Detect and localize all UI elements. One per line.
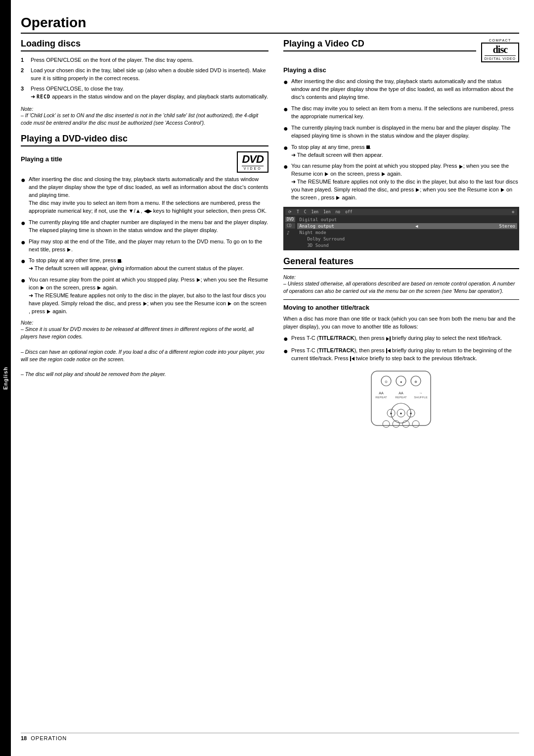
- vcd-bullet-2-text: The disc may invite you to select an ite…: [291, 105, 519, 121]
- vcd-bullet-2: ● The disc may invite you to select an i…: [283, 105, 519, 121]
- vcd-bullet-3-text: The currently playing track number is di…: [291, 124, 519, 140]
- compact-text: COMPACT: [481, 39, 519, 42]
- dvd-playing-title-label: Playing a title: [21, 155, 231, 163]
- vcd-bullet-1-text: After inserting the disc and closing the…: [291, 78, 519, 101]
- moving-bullet-2-text: Press T-C (TITLE/TRACK), then press brie…: [291, 347, 519, 363]
- screen-analog-value: Stereo: [499, 224, 515, 229]
- right-column: Playing a Video CD COMPACT disc DIGITAL …: [283, 39, 519, 725]
- moving-bullet-2: ● Press T-C (TITLE/TRACK), then press br…: [283, 347, 519, 363]
- screen-night-row: Night mode: [297, 230, 517, 236]
- dvd-video-section: Playing a DVD-video disc Playing a title…: [21, 134, 268, 378]
- step-3: 3 Press OPEN/CLOSE, to close the tray. ➜…: [21, 85, 268, 101]
- step-2-num: 2: [21, 67, 28, 83]
- vcd-bullet-5-text: You can resume play from the point at wh…: [291, 162, 519, 202]
- loading-discs-section: Loading discs 1 Press OPEN/CLOSE on the …: [21, 39, 268, 127]
- screen-col-off: off: [345, 210, 352, 214]
- dvd-logo-sub: VIDEO: [242, 166, 263, 171]
- svg-text:REPEAT: REPEAT: [376, 396, 388, 399]
- screen-cd-badge: CD: [285, 223, 295, 229]
- moving-text: When a disc has more than one title or t…: [283, 315, 519, 331]
- general-features-section: General features Note: – Unless stated o…: [283, 256, 519, 428]
- dvd-logo: DVD VIDEO: [237, 151, 268, 173]
- dvd-bullet-4: ● To stop play at any other time, press …: [21, 257, 268, 273]
- dvd-bullet-1-text: After inserting the disc and closing the…: [29, 176, 268, 215]
- screen-dolby-row: Dolby Surround: [297, 236, 517, 242]
- vcd-bullet-5: ● You can resume play from the point at …: [283, 162, 519, 202]
- video-cd-bullets: ● After inserting the disc and closing t…: [283, 78, 519, 202]
- loading-note-label: Note:: [21, 106, 33, 112]
- vcd-bullet-icon-1: ●: [283, 78, 288, 101]
- bullet-icon-1: ●: [21, 176, 26, 215]
- vcd-bullet-icon-3: ●: [283, 124, 288, 140]
- screen-col-no: no: [335, 210, 340, 214]
- general-note-label: Note:: [283, 274, 296, 280]
- general-note-text: – Unless stated otherwise, all operation…: [283, 280, 519, 295]
- sidebar-label: English: [2, 367, 8, 390]
- svg-text:⊙: ⊙: [385, 380, 388, 383]
- footer: 18 Operation: [21, 733, 519, 741]
- vcd-bullet-icon-4: ●: [283, 143, 288, 159]
- sidebar: English: [0, 0, 11, 756]
- page: English Operation Loading discs 1 Press …: [0, 0, 534, 756]
- screen-body: DVD CD ♪ Digital output Analog output ◀ …: [285, 217, 517, 248]
- video-cd-title: Playing a Video CD: [283, 39, 476, 51]
- dvd-bullet-2: ● The currently playing title and chapte…: [21, 219, 268, 235]
- step-2: 2 Load your chosen disc in the tray, lab…: [21, 67, 268, 83]
- footer-page-number: 18: [21, 735, 27, 741]
- screen-analog-row: Analog output ◀ Stereo: [297, 223, 517, 229]
- compact-disc-logo: COMPACT disc DIGITAL VIDEO: [481, 39, 519, 62]
- vcd-bullet-icon-5: ●: [283, 162, 288, 202]
- footer-section-label: Operation: [31, 735, 67, 741]
- disc-name: disc: [485, 45, 516, 54]
- svg-text:AA: AA: [399, 391, 404, 395]
- dvd-logo-text: DVD: [242, 153, 263, 165]
- dvd-bullet-5: ● You can resume play from the point at …: [21, 276, 268, 316]
- page-title: Operation: [21, 15, 519, 34]
- loading-steps-list: 1 Press OPEN/CLOSE on the front of the p…: [21, 56, 268, 101]
- svg-text:→: →: [419, 391, 423, 395]
- screen-analog-arrow: ◀: [415, 224, 418, 229]
- vcd-bullet-4: ● To stop play at any time, press . ➜ Th…: [283, 143, 519, 159]
- step-1: 1 Press OPEN/CLOSE on the front of the p…: [21, 56, 268, 64]
- moving-bullet-icon-1: ●: [283, 334, 288, 343]
- vcd-bullet-icon-2: ●: [283, 105, 288, 121]
- bullet-icon-3: ●: [21, 238, 26, 254]
- screen-col-t: T: [297, 210, 299, 214]
- svg-text:AA: AA: [379, 391, 384, 395]
- dvd-bullet-4-text: To stop play at any other time, press . …: [29, 257, 244, 273]
- bullet-icon-2: ●: [21, 219, 26, 235]
- two-column-layout: Loading discs 1 Press OPEN/CLOSE on the …: [21, 39, 519, 725]
- screen-menu-items: Digital output Analog output ◀ Stereo Ni…: [297, 217, 517, 248]
- step-1-num: 1: [21, 56, 28, 64]
- svg-text:REPEAT: REPEAT: [396, 396, 407, 399]
- vcd-bullet-3: ● The currently playing track number is …: [283, 124, 519, 140]
- dvd-note-label: Note:: [21, 320, 33, 326]
- remote-image: ⊙ ● ⊕ AA REPEAT AA REPEAT → SHUFFLE: [283, 369, 519, 428]
- screen-left-icons: DVD CD ♪: [285, 217, 295, 248]
- dvd-note: Note: – Since it is usual for DVD movies…: [21, 320, 268, 378]
- screen-zoom-icon: ⊕: [512, 210, 514, 214]
- screen-col-c: C: [304, 210, 307, 214]
- content: Operation Loading discs 1 Press OPEN/CLO…: [11, 0, 534, 756]
- svg-text:SHUFFLE: SHUFFLE: [414, 396, 428, 399]
- screen-3d-row: 3D Sound: [297, 242, 517, 248]
- screen-music-icon: ♪: [285, 230, 295, 236]
- dvd-bullet-2-text: The currently playing title and chapter …: [29, 219, 268, 235]
- dvd-note-text: – Since it is usual for DVD movies to be…: [21, 326, 268, 378]
- moving-bullet-icon-2: ●: [283, 347, 288, 363]
- dvd-video-title: Playing a DVD-video disc: [21, 134, 268, 146]
- vcd-bullet-4-text: To stop play at any time, press . ➜ The …: [291, 143, 383, 159]
- video-cd-section: Playing a Video CD COMPACT disc DIGITAL …: [283, 39, 519, 250]
- screen-top-bar: ⟳ T C 1en 1en no off ⊕: [285, 209, 517, 215]
- svg-text:●: ●: [400, 380, 402, 383]
- moving-bullet-1: ● Press T-C (TITLE/TRACK), then press br…: [283, 334, 519, 343]
- screen-digital-row: Digital output: [297, 217, 517, 223]
- dvd-bullet-3: ● Play may stop at the end of the Title,…: [21, 238, 268, 254]
- screen-col-1en2: 1en: [323, 210, 330, 214]
- disc-badge: disc DIGITAL VIDEO: [481, 43, 519, 62]
- disc-sub: DIGITAL VIDEO: [485, 55, 516, 60]
- svg-text:●: ●: [390, 411, 393, 416]
- left-column: Loading discs 1 Press OPEN/CLOSE on the …: [21, 39, 268, 725]
- general-features-title: General features: [283, 256, 519, 269]
- loading-note-text: – If 'Child Lock' is set to ON and the d…: [21, 112, 268, 127]
